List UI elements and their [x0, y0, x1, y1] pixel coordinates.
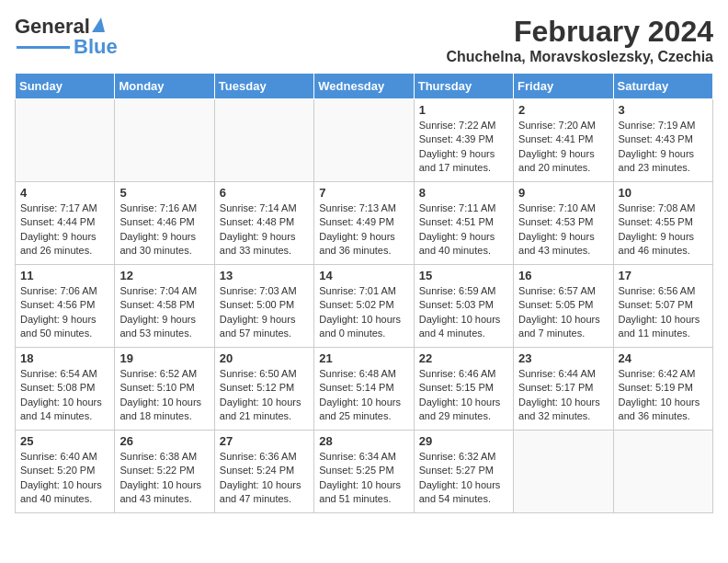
calendar-cell: 19Sunrise: 6:52 AMSunset: 5:10 PMDayligh… — [115, 348, 214, 431]
day-number: 10 — [619, 186, 708, 200]
page-header: General Blue February 2024 Chuchelna, Mo… — [15, 15, 713, 65]
weekday-tuesday: Tuesday — [214, 74, 313, 99]
month-year-title: February 2024 — [447, 15, 713, 49]
week-row-4: 25Sunrise: 6:40 AMSunset: 5:20 PMDayligh… — [16, 431, 713, 513]
day-number: 6 — [220, 186, 309, 200]
day-info: Sunrise: 6:36 AMSunset: 5:24 PMDaylight:… — [220, 450, 309, 507]
calendar-cell: 21Sunrise: 6:48 AMSunset: 5:14 PMDayligh… — [314, 348, 414, 431]
logo-blue: Blue — [74, 35, 118, 59]
day-number: 18 — [20, 351, 109, 365]
calendar-cell — [514, 431, 613, 513]
calendar-cell: 27Sunrise: 6:36 AMSunset: 5:24 PMDayligh… — [214, 431, 313, 513]
weekday-sunday: Sunday — [16, 74, 115, 99]
week-row-0: 1Sunrise: 7:22 AMSunset: 4:39 PMDaylight… — [16, 99, 713, 182]
weekday-friday: Friday — [514, 74, 613, 99]
day-info: Sunrise: 7:14 AMSunset: 4:48 PMDaylight:… — [220, 201, 309, 259]
weekday-thursday: Thursday — [414, 74, 513, 99]
calendar-table: SundayMondayTuesdayWednesdayThursdayFrid… — [15, 73, 713, 513]
day-info: Sunrise: 6:57 AMSunset: 5:05 PMDaylight:… — [518, 284, 608, 341]
calendar-cell: 28Sunrise: 6:34 AMSunset: 5:25 PMDayligh… — [314, 431, 414, 513]
weekday-monday: Monday — [115, 74, 214, 99]
day-number: 3 — [619, 103, 708, 117]
calendar-cell: 4Sunrise: 7:17 AMSunset: 4:44 PMDaylight… — [16, 182, 115, 265]
day-number: 2 — [518, 103, 608, 117]
day-number: 21 — [319, 351, 408, 365]
day-number: 7 — [319, 186, 408, 200]
day-info: Sunrise: 6:50 AMSunset: 5:12 PMDaylight:… — [220, 367, 309, 424]
day-info: Sunrise: 6:59 AMSunset: 5:03 PMDaylight:… — [419, 284, 508, 341]
day-info: Sunrise: 6:34 AMSunset: 5:25 PMDaylight:… — [319, 450, 408, 507]
calendar-cell — [214, 99, 313, 182]
day-info: Sunrise: 6:52 AMSunset: 5:10 PMDaylight:… — [119, 367, 209, 424]
calendar-cell: 10Sunrise: 7:08 AMSunset: 4:55 PMDayligh… — [613, 182, 712, 265]
day-info: Sunrise: 7:08 AMSunset: 4:55 PMDaylight:… — [619, 201, 708, 259]
day-info: Sunrise: 7:06 AMSunset: 4:56 PMDaylight:… — [20, 284, 109, 341]
calendar-cell: 15Sunrise: 6:59 AMSunset: 5:03 PMDayligh… — [414, 265, 513, 348]
week-row-2: 11Sunrise: 7:06 AMSunset: 4:56 PMDayligh… — [16, 265, 713, 348]
day-number: 5 — [119, 186, 209, 200]
day-info: Sunrise: 7:10 AMSunset: 4:53 PMDaylight:… — [518, 201, 608, 259]
calendar-cell: 26Sunrise: 6:38 AMSunset: 5:22 PMDayligh… — [115, 431, 214, 513]
calendar-cell: 23Sunrise: 6:44 AMSunset: 5:17 PMDayligh… — [514, 348, 613, 431]
day-info: Sunrise: 6:56 AMSunset: 5:07 PMDaylight:… — [619, 284, 708, 341]
calendar-cell — [16, 99, 115, 182]
day-info: Sunrise: 7:17 AMSunset: 4:44 PMDaylight:… — [20, 201, 109, 259]
day-number: 28 — [319, 434, 408, 448]
day-info: Sunrise: 7:19 AMSunset: 4:43 PMDaylight:… — [619, 119, 708, 176]
calendar-cell: 24Sunrise: 6:42 AMSunset: 5:19 PMDayligh… — [613, 348, 712, 431]
day-number: 17 — [619, 269, 708, 282]
day-info: Sunrise: 6:46 AMSunset: 5:15 PMDaylight:… — [419, 367, 508, 424]
day-number: 27 — [220, 434, 309, 448]
calendar-cell: 17Sunrise: 6:56 AMSunset: 5:07 PMDayligh… — [613, 265, 712, 348]
day-number: 1 — [419, 103, 508, 117]
day-number: 14 — [319, 269, 408, 282]
calendar-cell — [314, 99, 414, 182]
day-info: Sunrise: 6:38 AMSunset: 5:22 PMDaylight:… — [119, 450, 209, 507]
calendar-cell: 25Sunrise: 6:40 AMSunset: 5:20 PMDayligh… — [16, 431, 115, 513]
day-info: Sunrise: 6:44 AMSunset: 5:17 PMDaylight:… — [518, 367, 608, 424]
calendar-cell: 12Sunrise: 7:04 AMSunset: 4:58 PMDayligh… — [115, 265, 214, 348]
location-subtitle: Chuchelna, Moravskoslezsky, Czechia — [447, 49, 713, 65]
day-number: 8 — [419, 186, 508, 200]
day-info: Sunrise: 7:16 AMSunset: 4:46 PMDaylight:… — [119, 201, 209, 259]
calendar-cell: 3Sunrise: 7:19 AMSunset: 4:43 PMDaylight… — [613, 99, 712, 182]
day-number: 16 — [518, 269, 608, 282]
calendar-cell: 7Sunrise: 7:13 AMSunset: 4:49 PMDaylight… — [314, 182, 414, 265]
title-block: February 2024 Chuchelna, Moravskoslezsky… — [447, 15, 713, 65]
day-number: 24 — [619, 351, 708, 365]
calendar-cell: 5Sunrise: 7:16 AMSunset: 4:46 PMDaylight… — [115, 182, 214, 265]
calendar-cell: 9Sunrise: 7:10 AMSunset: 4:53 PMDaylight… — [514, 182, 613, 265]
calendar-cell: 18Sunrise: 6:54 AMSunset: 5:08 PMDayligh… — [16, 348, 115, 431]
calendar-cell: 29Sunrise: 6:32 AMSunset: 5:27 PMDayligh… — [414, 431, 513, 513]
calendar-cell: 16Sunrise: 6:57 AMSunset: 5:05 PMDayligh… — [514, 265, 613, 348]
week-row-3: 18Sunrise: 6:54 AMSunset: 5:08 PMDayligh… — [16, 348, 713, 431]
day-number: 4 — [20, 186, 109, 200]
day-info: Sunrise: 6:42 AMSunset: 5:19 PMDaylight:… — [619, 367, 708, 424]
calendar-cell — [613, 431, 712, 513]
calendar-cell: 22Sunrise: 6:46 AMSunset: 5:15 PMDayligh… — [414, 348, 513, 431]
day-info: Sunrise: 7:03 AMSunset: 5:00 PMDaylight:… — [220, 284, 309, 341]
day-number: 26 — [119, 434, 209, 448]
day-info: Sunrise: 7:20 AMSunset: 4:41 PMDaylight:… — [518, 119, 608, 176]
calendar-cell: 20Sunrise: 6:50 AMSunset: 5:12 PMDayligh… — [214, 348, 313, 431]
day-info: Sunrise: 7:13 AMSunset: 4:49 PMDaylight:… — [319, 201, 408, 259]
day-number: 25 — [20, 434, 109, 448]
day-number: 22 — [419, 351, 508, 365]
day-number: 13 — [220, 269, 309, 282]
logo: General Blue — [15, 15, 118, 59]
calendar-cell: 11Sunrise: 7:06 AMSunset: 4:56 PMDayligh… — [16, 265, 115, 348]
day-number: 15 — [419, 269, 508, 282]
weekday-header-row: SundayMondayTuesdayWednesdayThursdayFrid… — [16, 74, 713, 99]
weekday-saturday: Saturday — [613, 74, 712, 99]
calendar-cell: 13Sunrise: 7:03 AMSunset: 5:00 PMDayligh… — [214, 265, 313, 348]
day-number: 11 — [20, 269, 109, 282]
calendar-cell: 2Sunrise: 7:20 AMSunset: 4:41 PMDaylight… — [514, 99, 613, 182]
day-info: Sunrise: 6:40 AMSunset: 5:20 PMDaylight:… — [20, 450, 109, 507]
calendar-cell: 1Sunrise: 7:22 AMSunset: 4:39 PMDaylight… — [414, 99, 513, 182]
day-info: Sunrise: 7:01 AMSunset: 5:02 PMDaylight:… — [319, 284, 408, 341]
calendar-cell: 8Sunrise: 7:11 AMSunset: 4:51 PMDaylight… — [414, 182, 513, 265]
day-info: Sunrise: 6:48 AMSunset: 5:14 PMDaylight:… — [319, 367, 408, 424]
day-number: 9 — [518, 186, 608, 200]
day-number: 20 — [220, 351, 309, 365]
calendar-cell: 14Sunrise: 7:01 AMSunset: 5:02 PMDayligh… — [314, 265, 414, 348]
